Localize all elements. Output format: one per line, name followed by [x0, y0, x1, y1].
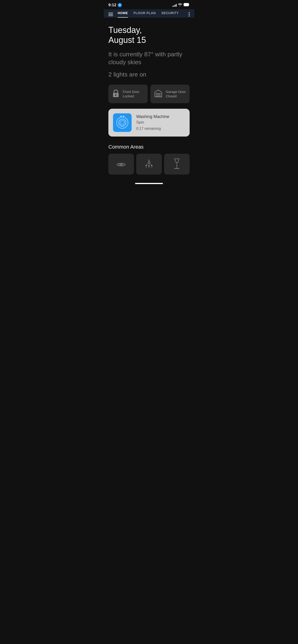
washer-time-remaining: 0:17 remaining: [136, 126, 185, 131]
floor-lamp-card[interactable]: [164, 154, 190, 174]
garage-door-status: Closed: [166, 94, 186, 98]
common-areas-title: Common Areas: [108, 144, 190, 150]
status-right: [172, 3, 190, 7]
hamburger-menu[interactable]: [107, 12, 114, 17]
washer-cycle: Spin: [136, 120, 185, 125]
signal-bar-3: [175, 5, 175, 7]
svg-line-14: [146, 163, 149, 165]
tab-floor-plan[interactable]: FLOOR PLAN: [133, 11, 156, 18]
garage-door-card[interactable]: Garage Door Closed: [150, 84, 190, 103]
ceiling-fan-card[interactable]: [108, 154, 134, 174]
nav-tabs: HOME FLOOR PLAN SECURITY: [118, 11, 184, 18]
garage-door-info: Garage Door Closed: [166, 90, 186, 98]
weather-text: It is currently 87° with partly cloudy s…: [108, 50, 190, 66]
svg-point-11: [120, 164, 122, 165]
floor-lamp-icon: [173, 158, 181, 170]
location-icon: [118, 3, 122, 7]
signal-bar-4: [176, 4, 177, 7]
chandelier-card[interactable]: [136, 154, 162, 174]
washer-info: Washing Machine Spin 0:17 remaining: [136, 114, 185, 131]
front-door-name: Front Door: [123, 90, 139, 94]
svg-point-17: [146, 165, 147, 166]
nav-bar: HOME FLOOR PLAN SECURITY: [104, 9, 194, 18]
washer-icon: [113, 113, 132, 132]
status-time: 9:12: [108, 3, 122, 8]
svg-point-8: [121, 121, 124, 124]
svg-rect-5: [156, 94, 161, 95]
date-line1: Tuesday,: [108, 25, 190, 35]
main-content: Tuesday, August 15 It is currently 87° w…: [104, 18, 194, 179]
home-indicator: [104, 179, 194, 186]
svg-rect-1: [184, 4, 186, 6]
tab-home[interactable]: HOME: [118, 11, 128, 18]
wifi-icon: [178, 3, 182, 7]
washer-drum: [116, 116, 128, 129]
time-display: 9:12: [108, 3, 116, 8]
svg-point-18: [148, 165, 150, 167]
svg-point-7: [120, 120, 125, 125]
more-options-button[interactable]: [188, 11, 191, 18]
front-door-status: Locked: [123, 94, 139, 98]
washer-name: Washing Machine: [136, 114, 185, 119]
lights-status: 2 lights are on: [108, 71, 190, 78]
svg-point-19: [151, 165, 152, 166]
status-bar: 9:12: [104, 0, 194, 9]
home-indicator-bar: [135, 183, 163, 184]
svg-rect-4: [156, 93, 161, 94]
signal-bar-2: [174, 5, 174, 7]
lock-icon: [112, 89, 120, 98]
svg-point-3: [115, 94, 117, 96]
door-cards: Front Door Locked Garage Door Closed: [108, 84, 190, 103]
signal-bar-1: [172, 6, 173, 7]
front-door-card[interactable]: Front Door Locked: [108, 84, 148, 103]
garage-door-name: Garage Door: [166, 90, 186, 94]
garage-icon: [154, 90, 162, 98]
svg-point-13: [148, 161, 150, 163]
chandelier-icon: [144, 159, 154, 169]
signal-bars: [172, 4, 177, 7]
tab-security[interactable]: SECURITY: [161, 11, 179, 18]
device-cards: [108, 154, 190, 174]
date-display: Tuesday, August 15: [108, 25, 190, 45]
svg-rect-6: [156, 96, 161, 96]
washer-card[interactable]: Washing Machine Spin 0:17 remaining: [108, 109, 190, 136]
date-line2: August 15: [108, 35, 190, 45]
ceiling-fan-icon: [116, 160, 126, 169]
front-door-info: Front Door Locked: [123, 90, 139, 98]
svg-line-16: [149, 163, 152, 165]
battery-icon: [184, 3, 190, 7]
